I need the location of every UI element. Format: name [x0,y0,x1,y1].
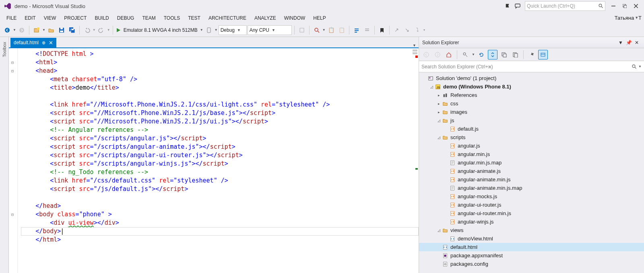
document-tab-default-html[interactable]: default.html ⊕ ✕ [10,38,56,47]
tree-item-angular-min-js-map[interactable]: ▸angular.min.js.map [419,158,644,167]
menu-window[interactable]: WINDOW [280,14,310,23]
chevron-down-icon[interactable]: ◿ [436,119,442,123]
menu-tools[interactable]: TOOLS [160,14,184,23]
redo-button[interactable] [97,25,106,35]
toolbox-tab[interactable]: Toolbox [0,37,9,273]
comment-button[interactable] [352,25,361,35]
tree-item-angular-animate-js[interactable]: ▸angular-animate.js [419,167,644,175]
chevron-down-icon[interactable]: ▼ [107,28,110,32]
tree-item-angular-min-js[interactable]: ▸angular.min.js [419,150,644,158]
tree-item-packages-config[interactable]: ▸packages.config [419,260,644,268]
close-tab-icon[interactable]: ✕ [49,40,53,46]
minimize-button[interactable] [608,1,619,11]
config-dropdown[interactable]: Debug▼ [219,25,247,35]
account-badge[interactable]: T [638,15,642,21]
tree-item-default-js[interactable]: ▸default.js [419,125,644,133]
toolbar-button[interactable]: ⤵ [413,25,423,35]
tree-item-package-appxmanifest[interactable]: ▸package.appxmanifest [419,251,644,260]
platform-dropdown[interactable]: Any CPU▼ [248,25,292,35]
save-button[interactable] [57,25,66,35]
pin-icon[interactable]: 📌 [625,39,633,47]
chevron-down-icon[interactable]: ◿ [429,85,434,89]
tree-item-demoview-html[interactable]: ▸demoView.html [419,234,644,243]
account-username[interactable]: Татьяна [615,15,634,21]
show-all-files-button[interactable] [510,50,520,60]
menu-architecture[interactable]: ARCHITECTURE [204,14,250,23]
tree-item-angular-js[interactable]: ▸angular.js [419,142,644,150]
chevron-down-icon[interactable]: ▼ [638,65,642,68]
debug-target-device-button[interactable] [204,25,214,35]
tree-item-scripts[interactable]: ◿scripts [419,133,644,142]
panel-dropdown-icon[interactable]: ▼ [617,39,625,47]
start-debug-button[interactable]: Emulator 8.1 WVGA 4 inch 512MB ▼ [116,27,203,33]
home-button[interactable] [444,50,454,60]
find-button[interactable] [312,25,322,35]
solution-tree[interactable]: ▸Solution 'demo' (1 project)◿JSdemo (Win… [419,72,644,273]
menu-test[interactable]: TEST [184,14,204,23]
tree-item-demo-windows-phone-8-1-[interactable]: ◿JSdemo (Windows Phone 8.1) [419,82,644,91]
tree-item-angular-ui-router-js[interactable]: ▸angular-ui-router.js [419,201,644,209]
menu-help[interactable]: HELP [309,14,330,23]
quick-launch-input[interactable]: Quick Launch (Ctrl+Q) [525,1,605,11]
navigate-forward-button[interactable] [17,25,27,35]
menu-team[interactable]: TEAM [138,14,159,23]
tree-item-angular-animate-min-js-map[interactable]: ▸angular-animate.min.js.map [419,184,644,192]
refresh-button[interactable] [477,50,486,60]
chevron-down-icon[interactable]: ▼ [13,28,16,32]
menu-project[interactable]: PROJECT [60,14,91,23]
menu-build[interactable]: BUILD [91,14,113,23]
code-editor[interactable]: <!DOCTYPE html >⊟ <html>⊟ <head> <meta c… [9,48,419,273]
toolbar-button[interactable]: 📋 [337,25,347,35]
tree-item-angular-animate-min-js[interactable]: ▸angular-animate.min.js [419,175,644,184]
tabs-overflow-icon[interactable]: ▼ [413,43,416,47]
toolbar-button[interactable]: ↘ [402,25,412,35]
toolbar-overflow-icon[interactable]: ▾ [423,28,425,32]
menu-edit[interactable]: EDIT [21,14,39,23]
open-file-button[interactable] [46,25,56,35]
feedback-icon[interactable] [513,1,522,11]
menu-debug[interactable]: DEBUG [113,14,138,23]
chevron-down-icon[interactable]: ◿ [436,135,442,140]
tree-item-angular-ui-router-min-js[interactable]: ▸angular-ui-router.min.js [419,209,644,218]
navigate-back-button[interactable] [2,25,12,35]
close-button[interactable] [630,1,642,11]
tree-item-references[interactable]: ▸References [419,91,644,99]
chevron-down-icon[interactable]: ◿ [436,228,442,232]
back-button[interactable] [421,50,431,60]
toolbar-button[interactable]: ↗ [392,25,402,35]
forward-button[interactable] [433,50,442,60]
toolbar-button[interactable] [297,25,307,35]
chevron-right-icon[interactable]: ▸ [436,110,442,114]
tree-item-solution-demo-1-project-[interactable]: ▸Solution 'demo' (1 project) [419,74,644,82]
new-project-button[interactable] [32,25,41,35]
tree-item-angular-mocks-js[interactable]: ▸angular-mocks.js [419,192,644,201]
menu-file[interactable]: FILE [2,14,21,23]
code-content[interactable]: <!DOCTYPE html >⊟ <html>⊟ <head> <meta c… [9,48,419,246]
chevron-down-icon[interactable]: ▼ [215,28,218,32]
scope-button[interactable] [460,50,470,60]
menu-view[interactable]: VIEW [40,14,60,23]
account-dropdown-icon[interactable]: ▼ [635,16,638,20]
preview-button[interactable] [538,50,548,60]
menu-analyze[interactable]: ANALYZE [250,14,280,23]
chevron-right-icon[interactable]: ▸ [436,102,442,106]
maximize-button[interactable] [619,1,630,11]
toolbar-button[interactable]: 📋 [326,25,336,35]
collapse-all-button[interactable] [499,50,509,60]
save-all-button[interactable] [67,25,77,35]
tree-item-views[interactable]: ◿views [419,226,644,234]
uncomment-button[interactable] [362,25,372,35]
pin-icon[interactable]: ⊕ [42,40,45,45]
chevron-down-icon[interactable]: ▼ [93,28,96,32]
chevron-right-icon[interactable]: ▸ [436,93,442,97]
solution-explorer-header[interactable]: Solution Explorer ▼ 📌 ✕ [419,37,644,48]
tree-item-images[interactable]: ▸images [419,108,644,116]
properties-button[interactable] [527,50,537,60]
tree-item-js[interactable]: ◿js [419,116,644,125]
tree-item-angular-winjs-js[interactable]: ▸angular-winjs.js [419,218,644,226]
chevron-down-icon[interactable]: ▼ [322,28,326,32]
notifications-flag-icon[interactable] [503,1,513,11]
solution-search-input[interactable]: Search Solution Explorer (Ctrl+ж) ▼ [419,61,644,72]
close-panel-icon[interactable]: ✕ [633,39,641,47]
sync-button[interactable] [488,50,497,60]
